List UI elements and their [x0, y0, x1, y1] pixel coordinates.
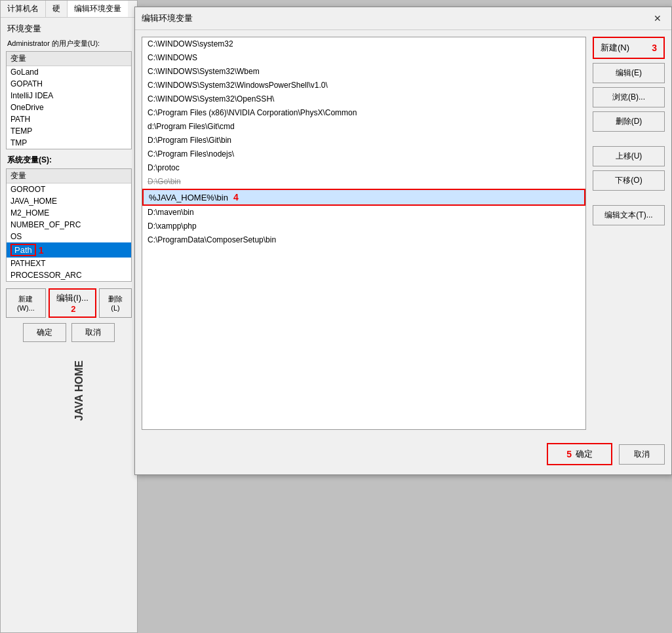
annotation-3: 3 [652, 43, 657, 53]
path-list[interactable]: C:\WINDOWS\system32 C:\WINDOWS C:\WINDOW… [142, 37, 586, 430]
new-path-button[interactable]: 新建(N) 3 [593, 37, 665, 59]
sys-var-path-label: Path [10, 244, 36, 256]
path-item-4[interactable]: C:\WINDOWS\System32\OpenSSH\ [142, 92, 585, 106]
path-item-10[interactable]: D:\Go\bin [142, 175, 585, 189]
env-variables-window: 计算机名 硬 编辑环境变量 环境变量 Administrator 的用户变量(U… [0, 0, 138, 633]
admin-var-gopath[interactable]: GOPATH [7, 78, 131, 90]
main-cancel-button[interactable]: 取消 [71, 323, 115, 342]
annotation-2: 2 [71, 304, 75, 314]
ok-button[interactable]: 5 确定 [547, 443, 612, 465]
admin-section-label: Administrator 的用户变量(U): [1, 37, 137, 50]
main-ok-button[interactable]: 确定 [23, 323, 66, 342]
admin-var-onedrive[interactable]: OneDrive [7, 102, 131, 113]
sys-var-path[interactable]: Path 1 [7, 242, 131, 258]
dialog-footer: 5 确定 取消 [135, 436, 671, 474]
sys-var-java-home[interactable]: JAVA_HOME [7, 195, 131, 207]
annotation-1: 1 [39, 245, 44, 256]
tab-hardware[interactable]: 硬 [46, 1, 68, 17]
path-item-2[interactable]: C:\WINDOWS\System32\Wbem [142, 65, 585, 79]
admin-var-intellij[interactable]: IntelliJ IDEA [7, 90, 131, 102]
tab-computer-name[interactable]: 计算机名 [1, 1, 46, 17]
sys-var-pathext[interactable]: PATHEXT [7, 258, 131, 269]
annotation-5: 5 [566, 449, 572, 459]
delete-user-var-button[interactable]: 删除(L) [99, 288, 132, 318]
tab-edit-env[interactable]: 编辑环境变量 [68, 1, 128, 17]
path-item-0[interactable]: C:\WINDOWS\system32 [142, 37, 585, 51]
sys-var-buttons: 新建(W)... 编辑(I)... 2 删除(L) [1, 283, 137, 320]
move-down-button[interactable]: 下移(O) [593, 170, 665, 191]
path-item-6[interactable]: d:\Program Files\Git\cmd [142, 120, 585, 134]
path-item-3[interactable]: C:\WINDOWS\System32\WindowsPowerShell\v1… [142, 79, 585, 92]
sys-var-os[interactable]: OS [7, 231, 131, 242]
path-item-8[interactable]: C:\Program Files\nodejs\ [142, 147, 585, 161]
sys-var-number-of-prc[interactable]: NUMBER_OF_PRC [7, 219, 131, 231]
dialog-right-buttons: 新建(N) 3 编辑(E) 浏览(B)... 删除(D) 上移(U) 下移(O)… [593, 37, 665, 430]
sys-var-goroot[interactable]: GOROOT [7, 183, 131, 195]
cancel-button[interactable]: 取消 [619, 444, 665, 465]
sys-var-header: 变量 [7, 169, 131, 183]
admin-var-header: 变量 [7, 52, 131, 66]
path-item-13[interactable]: D:\xampp\php [142, 220, 585, 233]
annotation-4: 4 [233, 192, 239, 202]
admin-var-table: 变量 GoLand GOPATH IntelliJ IDEA OneDrive … [6, 51, 132, 149]
sys-var-table: 变量 GOROOT JAVA_HOME M2_HOME NUMBER_OF_PR… [6, 168, 132, 282]
dialog-titlebar: 编辑环境变量 ✕ [135, 7, 671, 30]
delete-path-button[interactable]: 删除(D) [593, 111, 665, 132]
path-item-9[interactable]: D:\protoc [142, 161, 585, 175]
path-item-11-highlighted[interactable]: %JAVA_HOME%\bin 4 [142, 189, 585, 206]
path-item-7[interactable]: D:\Program Files\Git\bin [142, 134, 585, 147]
admin-var-path[interactable]: PATH [7, 113, 131, 125]
edit-text-button[interactable]: 编辑文本(T)... [593, 205, 665, 225]
path-item-5[interactable]: C:\Program Files (x86)\NVIDIA Corporatio… [142, 106, 585, 120]
move-up-button[interactable]: 上移(U) [593, 146, 665, 166]
path-item-1[interactable]: C:\WINDOWS [142, 51, 585, 65]
sys-var-processor-arc[interactable]: PROCESSOR_ARC [7, 269, 131, 281]
env-section-title: 环境变量 [1, 18, 137, 37]
path-item-14[interactable]: C:\ProgramData\ComposerSetup\bin [142, 233, 585, 247]
new-user-var-button[interactable]: 新建(W)... [6, 288, 46, 318]
admin-var-temp[interactable]: TEMP [7, 125, 131, 137]
admin-var-goland[interactable]: GoLand [7, 66, 131, 78]
dialog-body: C:\WINDOWS\system32 C:\WINDOWS C:\WINDOW… [135, 30, 671, 436]
browse-path-button[interactable]: 浏览(B)... [593, 87, 665, 107]
edit-env-dialog: 编辑环境变量 ✕ C:\WINDOWS\system32 C:\WINDOWS … [134, 7, 672, 475]
sys-var-m2-home[interactable]: M2_HOME [7, 207, 131, 219]
main-footer-buttons: 确定 取消 [1, 320, 137, 347]
sys-section-label: 系统变量(S): [1, 151, 137, 167]
edit-user-var-button[interactable]: 编辑(I)... 2 [49, 288, 96, 318]
dialog-title: 编辑环境变量 [142, 12, 193, 24]
edit-path-button[interactable]: 编辑(E) [593, 63, 665, 83]
close-button[interactable]: ✕ [650, 11, 665, 26]
java-home-annotation: JAVA HOME [26, 349, 132, 432]
admin-var-tmp[interactable]: TMP [7, 137, 131, 149]
path-item-12[interactable]: D:\maven\bin [142, 206, 585, 220]
